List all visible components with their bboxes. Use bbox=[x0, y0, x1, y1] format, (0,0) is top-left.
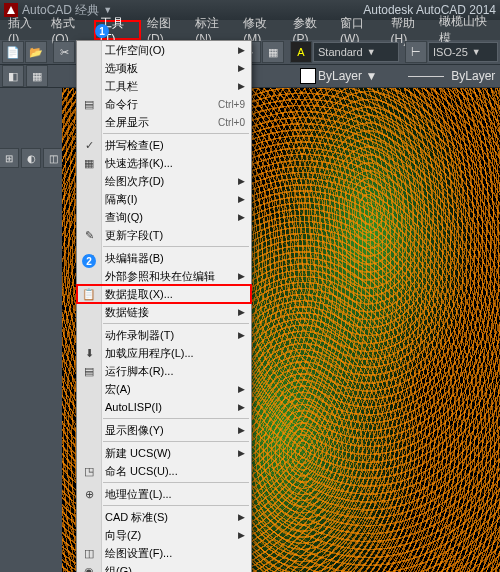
menu-item[interactable]: ▦快速选择(K)... bbox=[77, 154, 251, 172]
annotation-2: 2 bbox=[82, 254, 96, 268]
menu-item[interactable]: ⊕地理位置(L)... bbox=[77, 485, 251, 503]
color-swatch[interactable] bbox=[300, 68, 316, 84]
submenu-arrow-icon: ▶ bbox=[234, 330, 245, 340]
menu-item-label: 宏(A) bbox=[105, 382, 234, 397]
menu-item[interactable]: 工具栏▶ bbox=[77, 77, 251, 95]
menu-item[interactable]: 新建 UCS(W)▶ bbox=[77, 444, 251, 462]
menu-item[interactable]: 隔离(I)▶ bbox=[77, 190, 251, 208]
layer-button[interactable]: ◧ bbox=[2, 65, 24, 87]
menu-item[interactable]: 选项板▶ bbox=[77, 59, 251, 77]
open-button[interactable]: 📂 bbox=[25, 41, 47, 63]
dim-style-value: ISO-25 bbox=[433, 46, 468, 58]
linetype-value: ByLayer bbox=[451, 69, 495, 83]
menu-item[interactable]: ✓拼写检查(E) bbox=[77, 136, 251, 154]
menu-item-icon: ▤ bbox=[81, 96, 97, 112]
menu-item[interactable]: AutoLISP(I)▶ bbox=[77, 398, 251, 416]
menu-item-label: 地理位置(L)... bbox=[105, 487, 245, 502]
chevron-down-icon: ▼ bbox=[472, 47, 481, 57]
menu-item[interactable]: 向导(Z)▶ bbox=[77, 526, 251, 544]
menu-item[interactable]: 全屏显示Ctrl+0 bbox=[77, 113, 251, 131]
menu-item-icon: ⊕ bbox=[81, 486, 97, 502]
submenu-arrow-icon: ▶ bbox=[234, 63, 245, 73]
submenu-arrow-icon: ▶ bbox=[234, 212, 245, 222]
cut-button[interactable]: ✂ bbox=[53, 41, 75, 63]
menu-separator bbox=[103, 482, 249, 483]
tools-dropdown-menu: 工作空间(O)▶选项板▶工具栏▶▤命令行Ctrl+9全屏显示Ctrl+0✓拼写检… bbox=[76, 40, 252, 572]
menu-item[interactable]: 宏(A)▶ bbox=[77, 380, 251, 398]
menu-item-icon: ◳ bbox=[81, 463, 97, 479]
menu-item-label: 显示图像(Y) bbox=[105, 423, 234, 438]
menu-modify[interactable]: 修改(M) bbox=[237, 20, 286, 40]
menu-item[interactable]: ◫块编辑器(B) bbox=[77, 249, 251, 267]
menu-item[interactable]: ◉组(G) bbox=[77, 562, 251, 572]
submenu-arrow-icon: ▶ bbox=[234, 448, 245, 458]
color-value: ByLayer bbox=[318, 69, 362, 83]
text-style-dropdown[interactable]: Standard ▼ bbox=[313, 42, 399, 62]
menu-item-label: 动作录制器(T) bbox=[105, 328, 234, 343]
menu-item-label: 命名 UCS(U)... bbox=[105, 464, 245, 479]
menu-item[interactable]: 数据链接▶ bbox=[77, 303, 251, 321]
menu-separator bbox=[103, 441, 249, 442]
menu-item-label: 外部参照和块在位编辑 bbox=[105, 269, 234, 284]
menu-item-label: 绘图设置(F)... bbox=[105, 546, 245, 561]
menu-item[interactable]: 动作录制器(T)▶ bbox=[77, 326, 251, 344]
menu-item[interactable]: 工作空间(O)▶ bbox=[77, 41, 251, 59]
menu-item-label: 命令行 bbox=[105, 97, 214, 112]
menu-item[interactable]: 显示图像(Y)▶ bbox=[77, 421, 251, 439]
props-button[interactable]: ▦ bbox=[26, 65, 48, 87]
menu-item[interactable]: 外部参照和块在位编辑▶ bbox=[77, 267, 251, 285]
menu-draw[interactable]: 绘图(D) bbox=[141, 20, 189, 40]
side-tool-2[interactable]: ◐ bbox=[21, 148, 41, 168]
side-tool-1[interactable]: ⊞ bbox=[0, 148, 19, 168]
menu-item[interactable]: ✎更新字段(T) bbox=[77, 226, 251, 244]
menu-item-label: 选项板 bbox=[105, 61, 234, 76]
menu-separator bbox=[103, 246, 249, 247]
menu-item[interactable]: 查询(Q)▶ bbox=[77, 208, 251, 226]
menu-item-label: 绘图次序(D) bbox=[105, 174, 234, 189]
menu-help[interactable]: 帮助(H) bbox=[385, 20, 433, 40]
menu-separator bbox=[103, 418, 249, 419]
menu-item[interactable]: ◳命名 UCS(U)... bbox=[77, 462, 251, 480]
submenu-arrow-icon: ▶ bbox=[234, 194, 245, 204]
menu-item-label: 组(G) bbox=[105, 564, 245, 573]
menu-separator bbox=[103, 323, 249, 324]
new-button[interactable]: 📄 bbox=[2, 41, 24, 63]
menu-window[interactable]: 窗口(W) bbox=[334, 20, 384, 40]
menu-item-shortcut: Ctrl+9 bbox=[214, 99, 245, 110]
menu-item-label: 快速选择(K)... bbox=[105, 156, 245, 171]
menu-item-icon: ✓ bbox=[81, 137, 97, 153]
menu-item[interactable]: ◫绘图设置(F)... bbox=[77, 544, 251, 562]
table-button[interactable]: ▦ bbox=[262, 41, 284, 63]
menu-item-icon: ▤ bbox=[81, 363, 97, 379]
menu-item[interactable]: CAD 标准(S)▶ bbox=[77, 508, 251, 526]
menu-format[interactable]: 格式(O) bbox=[45, 20, 94, 40]
dim-style-icon[interactable]: ⊢ bbox=[405, 41, 427, 63]
text-style-icon[interactable]: A bbox=[290, 41, 312, 63]
color-dropdown[interactable]: ByLayer ▼ bbox=[318, 69, 406, 83]
menu-item-label: 向导(Z) bbox=[105, 528, 234, 543]
menu-item[interactable]: ▤命令行Ctrl+9 bbox=[77, 95, 251, 113]
submenu-arrow-icon: ▶ bbox=[234, 530, 245, 540]
menu-insert[interactable]: 插入(I) bbox=[2, 20, 45, 40]
menu-item-label: 数据链接 bbox=[105, 305, 234, 320]
menu-olive[interactable]: 橄榄山快模 bbox=[433, 20, 498, 40]
submenu-arrow-icon: ▶ bbox=[234, 271, 245, 281]
annotation-1: 1 bbox=[95, 24, 109, 38]
menu-parametric[interactable]: 参数(P) bbox=[287, 20, 335, 40]
menu-item[interactable]: 绘图次序(D)▶ bbox=[77, 172, 251, 190]
menu-item[interactable]: ▤运行脚本(R)... bbox=[77, 362, 251, 380]
chevron-down-icon[interactable]: ▼ bbox=[103, 5, 112, 15]
menu-item-label: 工作空间(O) bbox=[105, 43, 234, 58]
menu-item-icon: ✎ bbox=[81, 227, 97, 243]
submenu-arrow-icon: ▶ bbox=[234, 384, 245, 394]
side-tool-3[interactable]: ◫ bbox=[43, 148, 63, 168]
menu-item-label: 拼写检查(E) bbox=[105, 138, 245, 153]
dim-style-dropdown[interactable]: ISO-25 ▼ bbox=[428, 42, 498, 62]
linetype-dropdown[interactable]: ——— ByLayer bbox=[408, 69, 498, 83]
menu-item[interactable]: ⬇加载应用程序(L)... bbox=[77, 344, 251, 362]
menu-dimension[interactable]: 标注(N) bbox=[189, 20, 237, 40]
menu-item-label: 全屏显示 bbox=[105, 115, 214, 130]
menu-item-label: 工具栏 bbox=[105, 79, 234, 94]
menu-item[interactable]: 📋数据提取(X)... bbox=[77, 285, 251, 303]
menu-item-label: CAD 标准(S) bbox=[105, 510, 234, 525]
